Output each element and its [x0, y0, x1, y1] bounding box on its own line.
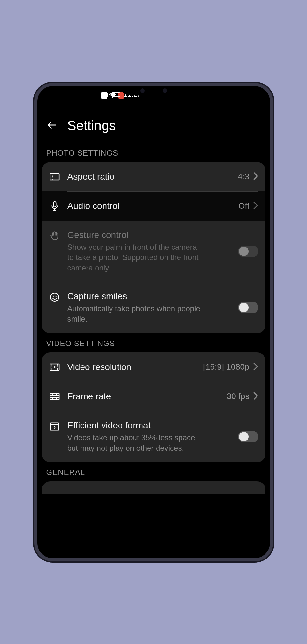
- gesture-control-toggle: [238, 246, 258, 257]
- aspect-ratio-icon: [49, 171, 60, 182]
- smile-icon: [49, 292, 60, 303]
- gesture-control-row: Gesture control Show your palm in front …: [42, 221, 265, 282]
- hand-icon: [49, 230, 60, 242]
- frame-rate-title: Frame rate: [67, 391, 227, 402]
- capture-smiles-sub: Automatically take photos when people sm…: [67, 304, 202, 324]
- aspect-ratio-title: Aspect ratio: [67, 171, 238, 182]
- chevron-right-icon: [253, 172, 258, 182]
- page-title: Settings: [67, 118, 116, 133]
- capture-smiles-toggle[interactable]: [238, 302, 258, 313]
- video-resolution-row[interactable]: Video resolution [16:9] 1080p: [42, 352, 265, 382]
- battery-icon: [111, 92, 120, 97]
- aspect-ratio-row[interactable]: Aspect ratio 4:3: [42, 162, 265, 191]
- photo-settings-card: Aspect ratio 4:3 Audio control Off Gestu…: [42, 162, 265, 333]
- frame-rate-row[interactable]: Frame rate 30 fps: [42, 382, 265, 411]
- frame-rate-value: 30 fps: [227, 391, 249, 401]
- svg-point-1: [50, 293, 59, 302]
- back-arrow-icon[interactable]: [46, 119, 58, 132]
- svg-rect-0: [50, 174, 59, 180]
- gesture-control-title: Gesture control: [67, 230, 238, 241]
- general-settings-card: [42, 481, 265, 494]
- capture-smiles-row[interactable]: Capture smiles Automatically take photos…: [42, 282, 265, 333]
- photo-section-label: PHOTO SETTINGS: [37, 143, 270, 162]
- phone-frame: ! 11:27 Settings PHOTO SETTINGS Aspect r…: [34, 83, 273, 561]
- svg-rect-3: [50, 393, 59, 400]
- filmstrip-icon: [49, 391, 60, 402]
- video-resolution-title: Video resolution: [67, 362, 203, 373]
- lightning-box-icon: [49, 421, 60, 432]
- alert-card-icon: !: [101, 92, 107, 99]
- audio-control-title: Audio control: [67, 201, 239, 211]
- chevron-right-icon: [253, 201, 258, 211]
- aspect-ratio-value: 4:3: [238, 172, 249, 181]
- page-header: Settings: [37, 112, 270, 143]
- chevron-right-icon: [253, 391, 258, 402]
- gesture-control-sub: Show your palm in front of the camera to…: [67, 242, 202, 273]
- video-resolution-value: [16:9] 1080p: [203, 362, 249, 372]
- audio-control-row[interactable]: Audio control Off: [42, 191, 265, 221]
- capture-smiles-title: Capture smiles: [67, 291, 238, 302]
- efficient-video-title: Efficient video format: [67, 420, 238, 431]
- video-settings-card: Video resolution [16:9] 1080p Frame rate…: [42, 352, 265, 462]
- video-resolution-icon: [49, 361, 60, 373]
- notch: [122, 86, 186, 95]
- general-section-label: GENERAL: [37, 462, 270, 481]
- audio-control-value: Off: [238, 201, 249, 211]
- efficient-video-toggle[interactable]: [238, 431, 258, 442]
- chevron-right-icon: [253, 362, 258, 372]
- efficient-video-sub: Videos take up about 35% less space, but…: [67, 433, 202, 453]
- efficient-video-row[interactable]: Efficient video format Videos take up ab…: [42, 411, 265, 462]
- video-section-label: VIDEO SETTINGS: [37, 333, 270, 352]
- microphone-icon: [49, 200, 60, 212]
